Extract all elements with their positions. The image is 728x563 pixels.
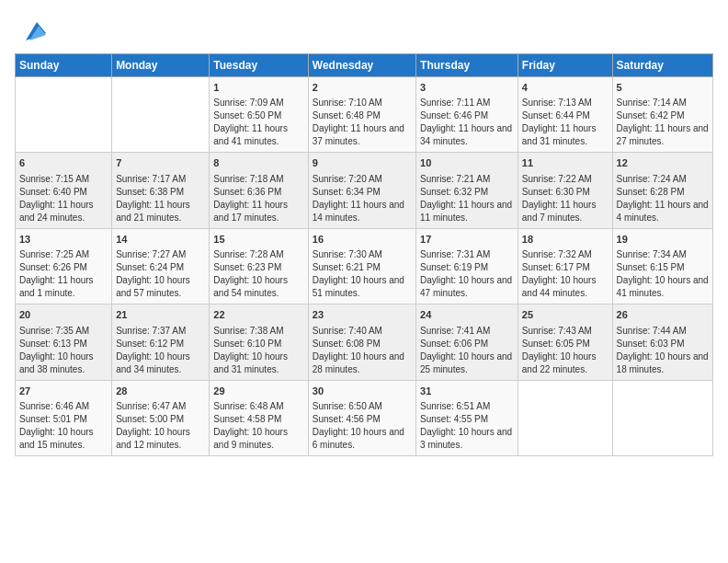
- day-info: Sunrise: 7:11 AM Sunset: 6:46 PM Dayligh…: [420, 98, 512, 146]
- day-info: Sunrise: 7:10 AM Sunset: 6:48 PM Dayligh…: [313, 98, 404, 146]
- day-info: Sunrise: 7:40 AM Sunset: 6:08 PM Dayligh…: [313, 326, 404, 374]
- calendar-cell: 13Sunrise: 7:25 AM Sunset: 6:26 PM Dayli…: [16, 228, 112, 304]
- calendar-cell: 16Sunrise: 7:30 AM Sunset: 6:21 PM Dayli…: [308, 228, 415, 304]
- calendar-cell: [16, 77, 112, 153]
- day-number: 8: [213, 156, 303, 170]
- day-info: Sunrise: 7:37 AM Sunset: 6:12 PM Dayligh…: [116, 326, 190, 374]
- day-number: 25: [522, 308, 609, 322]
- calendar-cell: 18Sunrise: 7:32 AM Sunset: 6:17 PM Dayli…: [518, 228, 612, 304]
- day-info: Sunrise: 6:50 AM Sunset: 4:56 PM Dayligh…: [313, 401, 404, 450]
- calendar-cell: 28Sunrise: 6:47 AM Sunset: 5:00 PM Dayli…: [112, 380, 210, 455]
- day-number: 7: [116, 156, 205, 170]
- calendar-cell: 26Sunrise: 7:44 AM Sunset: 6:03 PM Dayli…: [612, 304, 712, 380]
- day-info: Sunrise: 7:34 AM Sunset: 6:15 PM Dayligh…: [617, 249, 709, 298]
- calendar-cell: 3Sunrise: 7:11 AM Sunset: 6:46 PM Daylig…: [416, 77, 518, 153]
- day-number: 24: [420, 308, 514, 322]
- calendar-cell: 31Sunrise: 6:51 AM Sunset: 4:55 PM Dayli…: [416, 380, 518, 455]
- calendar-cell: 15Sunrise: 7:28 AM Sunset: 6:23 PM Dayli…: [210, 228, 308, 304]
- calendar-cell: 25Sunrise: 7:43 AM Sunset: 6:05 PM Dayli…: [518, 304, 612, 380]
- day-number: 16: [313, 233, 412, 247]
- day-info: Sunrise: 7:28 AM Sunset: 6:23 PM Dayligh…: [213, 249, 288, 298]
- day-number: 28: [116, 385, 205, 398]
- day-info: Sunrise: 7:22 AM Sunset: 6:30 PM Dayligh…: [522, 174, 597, 223]
- calendar-cell: 14Sunrise: 7:27 AM Sunset: 6:24 PM Dayli…: [112, 228, 210, 304]
- day-info: Sunrise: 7:25 AM Sunset: 6:26 PM Dayligh…: [19, 249, 94, 298]
- day-of-week-header: Tuesday: [210, 54, 308, 77]
- day-info: Sunrise: 7:32 AM Sunset: 6:17 PM Dayligh…: [522, 249, 597, 298]
- day-number: 29: [213, 385, 303, 398]
- calendar-cell: 5Sunrise: 7:14 AM Sunset: 6:42 PM Daylig…: [612, 77, 712, 153]
- calendar-cell: 10Sunrise: 7:21 AM Sunset: 6:32 PM Dayli…: [416, 153, 518, 228]
- day-info: Sunrise: 7:20 AM Sunset: 6:34 PM Dayligh…: [313, 174, 404, 223]
- day-number: 15: [213, 233, 303, 247]
- day-info: Sunrise: 7:17 AM Sunset: 6:38 PM Dayligh…: [116, 174, 190, 223]
- calendar-cell: 21Sunrise: 7:37 AM Sunset: 6:12 PM Dayli…: [112, 304, 210, 380]
- day-of-week-header: Monday: [112, 54, 210, 77]
- calendar-cell: 2Sunrise: 7:10 AM Sunset: 6:48 PM Daylig…: [308, 77, 415, 153]
- logo-icon: [17, 15, 46, 44]
- calendar-cell: [112, 77, 210, 153]
- day-info: Sunrise: 7:35 AM Sunset: 6:13 PM Dayligh…: [19, 326, 94, 374]
- calendar-cell: 29Sunrise: 6:48 AM Sunset: 4:58 PM Dayli…: [210, 380, 308, 455]
- day-number: 20: [19, 308, 108, 322]
- calendar-cell: 12Sunrise: 7:24 AM Sunset: 6:28 PM Dayli…: [612, 153, 712, 228]
- day-of-week-header: Friday: [518, 54, 612, 77]
- day-info: Sunrise: 6:51 AM Sunset: 4:55 PM Dayligh…: [420, 401, 512, 450]
- day-info: Sunrise: 6:46 AM Sunset: 5:01 PM Dayligh…: [19, 401, 94, 450]
- logo: [15, 15, 46, 44]
- calendar-cell: 9Sunrise: 7:20 AM Sunset: 6:34 PM Daylig…: [308, 153, 415, 228]
- day-number: 9: [313, 156, 412, 170]
- day-of-week-header: Saturday: [612, 54, 712, 77]
- calendar-week-row: 20Sunrise: 7:35 AM Sunset: 6:13 PM Dayli…: [16, 304, 713, 380]
- day-number: 14: [116, 233, 205, 247]
- calendar-cell: 8Sunrise: 7:18 AM Sunset: 6:36 PM Daylig…: [210, 153, 308, 228]
- calendar-week-row: 13Sunrise: 7:25 AM Sunset: 6:26 PM Dayli…: [16, 228, 713, 304]
- calendar-week-row: 6Sunrise: 7:15 AM Sunset: 6:40 PM Daylig…: [16, 153, 713, 228]
- calendar-cell: 19Sunrise: 7:34 AM Sunset: 6:15 PM Dayli…: [612, 228, 712, 304]
- day-of-week-header: Sunday: [16, 54, 112, 77]
- day-info: Sunrise: 7:18 AM Sunset: 6:36 PM Dayligh…: [213, 174, 288, 223]
- calendar-cell: 24Sunrise: 7:41 AM Sunset: 6:06 PM Dayli…: [416, 304, 518, 380]
- day-info: Sunrise: 7:15 AM Sunset: 6:40 PM Dayligh…: [19, 174, 94, 223]
- day-number: 2: [313, 81, 412, 95]
- calendar-cell: 1Sunrise: 7:09 AM Sunset: 6:50 PM Daylig…: [210, 77, 308, 153]
- calendar-cell: 27Sunrise: 6:46 AM Sunset: 5:01 PM Dayli…: [16, 380, 112, 455]
- day-number: 11: [522, 156, 609, 170]
- day-info: Sunrise: 7:13 AM Sunset: 6:44 PM Dayligh…: [522, 98, 597, 146]
- day-info: Sunrise: 7:43 AM Sunset: 6:05 PM Dayligh…: [522, 326, 597, 374]
- calendar-header-row: SundayMondayTuesdayWednesdayThursdayFrid…: [16, 54, 713, 77]
- day-info: Sunrise: 6:48 AM Sunset: 4:58 PM Dayligh…: [213, 401, 288, 450]
- calendar-cell: [612, 380, 712, 455]
- day-number: 5: [617, 81, 709, 95]
- day-info: Sunrise: 7:31 AM Sunset: 6:19 PM Dayligh…: [420, 249, 512, 298]
- calendar-week-row: 27Sunrise: 6:46 AM Sunset: 5:01 PM Dayli…: [16, 380, 713, 455]
- page-header: [15, 15, 713, 44]
- day-number: 18: [522, 233, 609, 247]
- day-info: Sunrise: 7:24 AM Sunset: 6:28 PM Dayligh…: [617, 174, 709, 223]
- day-number: 13: [19, 233, 108, 247]
- day-number: 3: [420, 81, 514, 95]
- calendar-cell: 7Sunrise: 7:17 AM Sunset: 6:38 PM Daylig…: [112, 153, 210, 228]
- day-info: Sunrise: 6:47 AM Sunset: 5:00 PM Dayligh…: [116, 401, 190, 450]
- day-info: Sunrise: 7:09 AM Sunset: 6:50 PM Dayligh…: [213, 98, 288, 146]
- day-info: Sunrise: 7:30 AM Sunset: 6:21 PM Dayligh…: [313, 249, 404, 298]
- calendar-cell: 22Sunrise: 7:38 AM Sunset: 6:10 PM Dayli…: [210, 304, 308, 380]
- day-number: 10: [420, 156, 514, 170]
- day-info: Sunrise: 7:44 AM Sunset: 6:03 PM Dayligh…: [617, 326, 709, 374]
- day-info: Sunrise: 7:38 AM Sunset: 6:10 PM Dayligh…: [213, 326, 288, 374]
- day-number: 31: [420, 385, 514, 398]
- day-number: 17: [420, 233, 514, 247]
- day-info: Sunrise: 7:27 AM Sunset: 6:24 PM Dayligh…: [116, 249, 190, 298]
- day-of-week-header: Wednesday: [308, 54, 415, 77]
- day-number: 23: [313, 308, 412, 322]
- day-number: 1: [213, 81, 303, 95]
- day-number: 6: [19, 156, 108, 170]
- calendar-cell: 17Sunrise: 7:31 AM Sunset: 6:19 PM Dayli…: [416, 228, 518, 304]
- calendar-cell: 4Sunrise: 7:13 AM Sunset: 6:44 PM Daylig…: [518, 77, 612, 153]
- day-number: 26: [617, 308, 709, 322]
- calendar-cell: 23Sunrise: 7:40 AM Sunset: 6:08 PM Dayli…: [308, 304, 415, 380]
- calendar-cell: 20Sunrise: 7:35 AM Sunset: 6:13 PM Dayli…: [16, 304, 112, 380]
- calendar-cell: 11Sunrise: 7:22 AM Sunset: 6:30 PM Dayli…: [518, 153, 612, 228]
- day-info: Sunrise: 7:21 AM Sunset: 6:32 PM Dayligh…: [420, 174, 512, 223]
- day-info: Sunrise: 7:41 AM Sunset: 6:06 PM Dayligh…: [420, 326, 512, 374]
